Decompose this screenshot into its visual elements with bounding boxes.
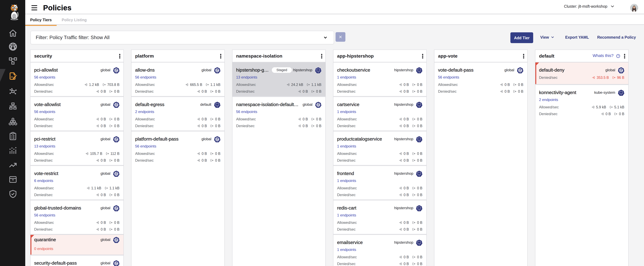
svg-text:?: ? xyxy=(618,55,619,57)
